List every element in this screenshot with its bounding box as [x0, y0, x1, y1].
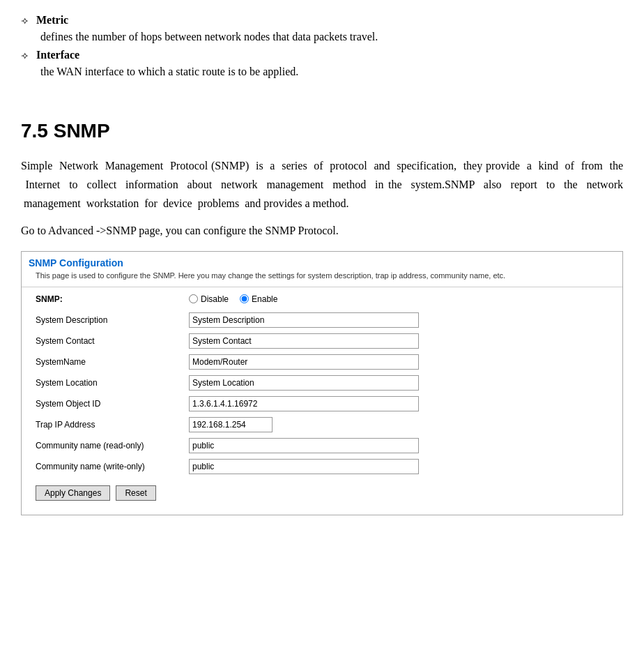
snmp-section: 7.5 SNMP Simple Network Management Proto… — [21, 120, 623, 515]
snmp-fields-container: System DescriptionSystem ContactSystemNa… — [36, 312, 608, 474]
bullet-title-interface: Interface — [36, 49, 79, 61]
bullet-desc-metric: defines the number of hops between netwo… — [40, 31, 623, 43]
snmp-config-box: SNMP Configuration This page is used to … — [21, 251, 623, 515]
radio-enable-label[interactable]: Enable — [240, 294, 277, 304]
snmp-field-row-4: System Object ID — [36, 396, 608, 411]
snmp-field-input-3[interactable] — [189, 375, 419, 391]
snmp-field-input-4[interactable] — [189, 396, 419, 411]
section-body: Simple Network Management Protocol (SNMP… — [21, 156, 623, 213]
snmp-config-title: SNMP Configuration — [22, 252, 622, 271]
snmp-field-label-2: SystemName — [36, 357, 189, 367]
snmp-btn-row: Apply Changes Reset — [36, 485, 608, 501]
snmp-field-label-5: Trap IP Address — [36, 420, 189, 430]
snmp-field-label-7: Community name (write-only) — [36, 462, 189, 471]
snmp-field-input-1[interactable] — [189, 333, 419, 349]
snmp-field-label-6: Community name (read-only) — [36, 441, 189, 451]
radio-disable[interactable] — [189, 294, 198, 303]
bullet-desc-interface: the WAN interface to which a static rout… — [40, 66, 623, 78]
snmp-field-input-5[interactable] — [189, 417, 273, 432]
snmp-field-label-1: System Contact — [36, 336, 189, 346]
snmp-field-input-0[interactable] — [189, 312, 419, 328]
radio-enable[interactable] — [240, 294, 249, 303]
bullet-section: ⟢ Metric defines the number of hops betw… — [21, 14, 623, 78]
bullet-arrow-interface: ⟢ — [21, 50, 28, 61]
snmp-label: SNMP: — [36, 294, 189, 304]
radio-disable-label[interactable]: Disable — [189, 294, 229, 304]
apply-changes-button[interactable]: Apply Changes — [36, 485, 110, 501]
bullet-arrow-metric: ⟢ — [21, 15, 28, 27]
snmp-form: SNMP: Disable Enable System DescriptionS… — [22, 287, 622, 515]
snmp-field-row-2: SystemName — [36, 354, 608, 370]
snmp-field-row-6: Community name (read-only) — [36, 438, 608, 453]
bullet-interface: ⟢ Interface — [21, 49, 623, 61]
snmp-field-row-1: System Contact — [36, 333, 608, 349]
snmp-enable-row: SNMP: Disable Enable — [36, 294, 608, 304]
snmp-field-input-6[interactable] — [189, 438, 419, 453]
bullet-metric: ⟢ Metric — [21, 14, 623, 27]
goto-text: Go to Advanced ->SNMP page, you can conf… — [21, 225, 623, 237]
snmp-field-row-5: Trap IP Address — [36, 417, 608, 432]
bullet-title-metric: Metric — [36, 14, 68, 27]
snmp-field-label-3: System Location — [36, 378, 189, 388]
reset-button[interactable]: Reset — [116, 485, 155, 501]
snmp-field-row-0: System Description — [36, 312, 608, 328]
snmp-field-row-7: Community name (write-only) — [36, 459, 608, 474]
radio-group: Disable Enable — [189, 294, 277, 304]
snmp-field-label-4: System Object ID — [36, 399, 189, 409]
section-heading: 7.5 SNMP — [21, 120, 623, 142]
snmp-field-input-7[interactable] — [189, 459, 419, 474]
snmp-config-desc: This page is used to configure the SNMP.… — [22, 271, 622, 287]
snmp-field-row-3: System Location — [36, 375, 608, 391]
snmp-field-input-2[interactable] — [189, 354, 419, 370]
snmp-field-label-0: System Description — [36, 315, 189, 325]
